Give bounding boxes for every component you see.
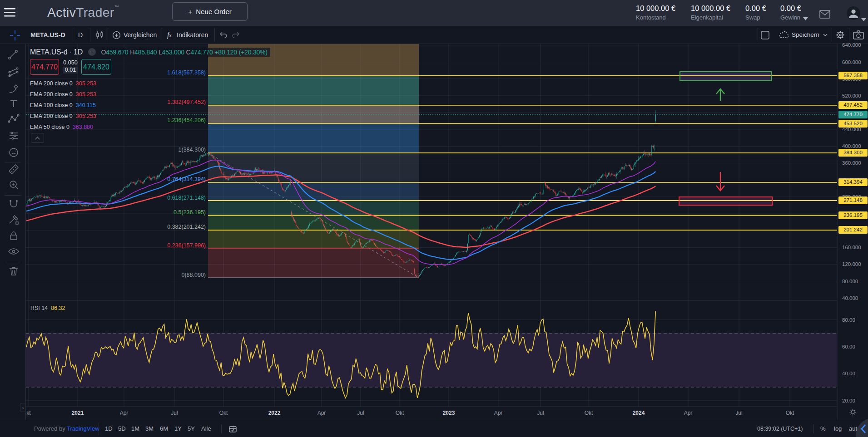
svg-text:Okt: Okt — [396, 410, 404, 416]
svg-text:Okt: Okt — [585, 410, 593, 416]
svg-text:Jul: Jul — [735, 410, 742, 416]
svg-text:Apr: Apr — [120, 410, 129, 416]
svg-text:Jul: Jul — [171, 410, 178, 416]
svg-text:Jul: Jul — [537, 410, 544, 416]
svg-text:Okt: Okt — [219, 410, 228, 416]
svg-text:2023: 2023 — [443, 410, 455, 416]
svg-text:2022: 2022 — [268, 410, 281, 416]
svg-text:Apr: Apr — [317, 410, 326, 416]
svg-text:2021: 2021 — [72, 410, 84, 416]
svg-text:kt: kt — [26, 410, 31, 416]
svg-text:Apr: Apr — [494, 410, 503, 416]
svg-text:Jul: Jul — [357, 410, 364, 416]
svg-text:Apr: Apr — [684, 410, 693, 416]
svg-text:Okt: Okt — [786, 410, 794, 416]
svg-text:2024: 2024 — [633, 410, 645, 416]
